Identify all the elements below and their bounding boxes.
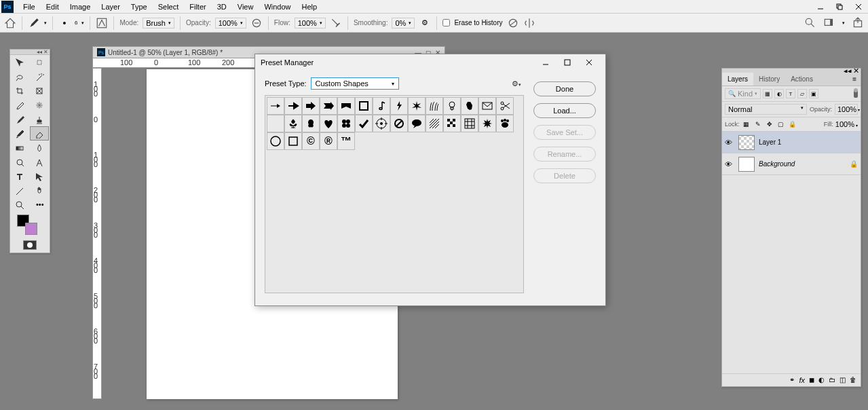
angle-icon[interactable] xyxy=(507,17,519,29)
shape-registered[interactable]: ® xyxy=(320,132,337,150)
group-icon[interactable]: 🗀 xyxy=(829,376,835,384)
lock-artboard-icon[interactable]: ▢ xyxy=(776,119,786,129)
shape-clover[interactable] xyxy=(337,115,355,132)
shape-blank1[interactable] xyxy=(267,115,284,132)
shape-starburst[interactable] xyxy=(408,97,426,115)
brush-tool[interactable] xyxy=(10,112,29,126)
shape-grid[interactable] xyxy=(461,115,478,132)
shape-grass[interactable] xyxy=(426,97,443,115)
smoothing-gear-icon[interactable]: ⚙ xyxy=(419,17,431,29)
shape-arrow-bold[interactable] xyxy=(284,97,302,115)
visibility-icon[interactable]: 👁 xyxy=(725,160,734,168)
lock-transparency-icon[interactable]: ▦ xyxy=(742,119,751,129)
flow-input[interactable]: 100%▾ xyxy=(295,18,326,29)
move-tool[interactable] xyxy=(10,55,29,69)
layer-opacity-input[interactable]: 100%▾ xyxy=(835,104,858,115)
shape-frame[interactable] xyxy=(355,97,373,115)
erase-history-checkbox[interactable] xyxy=(442,19,450,26)
collapse-icon[interactable]: ◂◂ xyxy=(37,49,42,55)
rename-button[interactable]: Rename... xyxy=(533,147,596,162)
shape-bulb[interactable] xyxy=(443,97,461,115)
shape-scissors[interactable] xyxy=(496,97,514,115)
menu-edit[interactable]: Edit xyxy=(41,1,64,12)
link-layers-icon[interactable]: ⚭ xyxy=(789,376,795,384)
layer-thumbnail[interactable] xyxy=(738,135,755,150)
dodge-tool[interactable] xyxy=(10,155,29,169)
menu-select[interactable]: Select xyxy=(153,1,185,12)
shape-arrow-block[interactable] xyxy=(302,97,320,115)
dialog-minimize-button[interactable] xyxy=(535,54,556,71)
dialog-close-button[interactable] xyxy=(578,54,600,71)
shape-checker[interactable] xyxy=(443,115,461,132)
shape-envelope[interactable] xyxy=(478,97,496,115)
close-button[interactable] xyxy=(849,0,868,14)
shape-ornament[interactable] xyxy=(302,115,320,132)
gradient-tool[interactable] xyxy=(10,141,29,155)
pen-tool[interactable] xyxy=(30,155,49,169)
menu-help[interactable]: Help xyxy=(297,1,323,12)
wand-tool[interactable] xyxy=(30,69,49,83)
menu-view[interactable]: View xyxy=(232,1,259,12)
more-tool[interactable]: ••• xyxy=(30,198,49,212)
filter-shape-icon[interactable]: ▱ xyxy=(797,89,807,98)
blur-tool[interactable] xyxy=(30,141,49,155)
zoom-tool[interactable] xyxy=(10,198,29,212)
layer-filter-kind[interactable]: 🔍Kind▾ xyxy=(725,88,761,99)
filter-toggle[interactable] xyxy=(854,90,858,98)
shape-speech[interactable] xyxy=(408,115,426,132)
done-button[interactable]: Done xyxy=(533,81,596,96)
shape-arrow-ribbon[interactable] xyxy=(320,97,337,115)
menu-image[interactable]: Image xyxy=(64,1,96,12)
opacity-input[interactable]: 100%▾ xyxy=(215,18,246,29)
mask-icon[interactable]: ◼ xyxy=(809,376,814,384)
crop-tool[interactable] xyxy=(10,83,29,98)
layer-row[interactable]: 👁Layer 1 xyxy=(722,132,861,153)
smoothing-input[interactable]: 0%▾ xyxy=(392,18,415,29)
shape-fleur[interactable] xyxy=(284,115,302,132)
menu-type[interactable]: Type xyxy=(126,1,153,12)
shape-banner[interactable] xyxy=(337,97,355,115)
delete-button[interactable]: Delete xyxy=(533,168,596,183)
menu-window[interactable]: Window xyxy=(259,1,296,12)
close-panel-icon[interactable]: ✕ xyxy=(43,49,48,55)
shape-check[interactable] xyxy=(355,115,373,132)
frame-tool[interactable] xyxy=(30,83,49,98)
lock-image-icon[interactable]: ✎ xyxy=(753,119,763,129)
brush-preset-icon[interactable]: • xyxy=(58,17,71,29)
shape-circle[interactable] xyxy=(267,132,284,150)
mode-select[interactable]: Brush▾ xyxy=(143,18,174,29)
fill-input[interactable]: 100%▾ xyxy=(835,120,858,128)
filter-pixel-icon[interactable]: ▦ xyxy=(763,89,772,98)
shape-copyright[interactable]: © xyxy=(302,132,320,150)
layer-name[interactable]: Layer 1 xyxy=(759,138,858,146)
home-icon[interactable] xyxy=(4,17,16,29)
lock-position-icon[interactable]: ✥ xyxy=(765,119,774,129)
rotate-tool[interactable] xyxy=(10,183,29,198)
eraser-tool[interactable] xyxy=(30,126,49,141)
airbrush-icon[interactable] xyxy=(330,17,342,29)
layer-row[interactable]: 👁Background🔒 xyxy=(722,153,861,175)
maximize-button[interactable] xyxy=(830,0,849,14)
share-icon[interactable] xyxy=(852,17,864,29)
symmetry-icon[interactable] xyxy=(523,17,535,29)
menu-3d[interactable]: 3D xyxy=(212,1,232,12)
menu-layer[interactable]: Layer xyxy=(96,1,126,12)
fx-icon[interactable]: fx xyxy=(799,376,805,384)
type-tool[interactable] xyxy=(10,169,29,183)
tab-history[interactable]: History xyxy=(753,73,785,86)
filter-smart-icon[interactable]: ▣ xyxy=(809,89,818,98)
brush-tool-icon[interactable] xyxy=(28,17,40,29)
lock-all-icon[interactable]: 🔒 xyxy=(788,119,797,129)
eyedrop-tool[interactable] xyxy=(10,98,29,112)
preset-gear-icon[interactable]: ⚙▾ xyxy=(512,79,521,88)
tab-layers[interactable]: Layers xyxy=(722,73,753,86)
shape-foot[interactable] xyxy=(461,97,478,115)
filter-adjustment-icon[interactable]: ◐ xyxy=(774,89,784,98)
shape-hatch[interactable] xyxy=(426,115,443,132)
shape-bolt[interactable] xyxy=(390,97,408,115)
preset-type-select[interactable]: Custom Shapes▾ xyxy=(311,77,399,90)
shape-burst[interactable] xyxy=(478,115,496,132)
stamp-tool[interactable] xyxy=(30,112,49,126)
menu-file[interactable]: File xyxy=(18,1,41,12)
heal-tool[interactable] xyxy=(30,98,49,112)
